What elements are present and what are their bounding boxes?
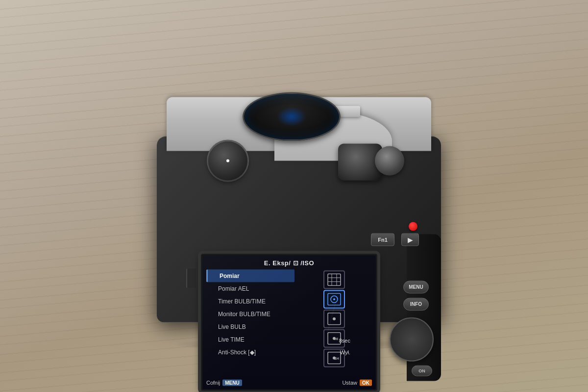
- menu-item-monitor-bulb[interactable]: Monitor BULB/TIME: [206, 307, 294, 320]
- svg-text:HI: HI: [335, 337, 338, 340]
- camera-body-container: ↑UP Fn1 ▶ MENU INFO OK ON: [127, 38, 461, 342]
- menu-item-anti-shock[interactable]: Anti-Shock [◆]: [206, 346, 294, 358]
- fn1-button[interactable]: Fn1: [371, 233, 394, 246]
- play-button[interactable]: ▶: [401, 233, 419, 246]
- svg-text:SH: SH: [334, 356, 339, 360]
- menu-item-pomiar-ael[interactable]: Pomiar AEL: [206, 282, 294, 295]
- menu-list: Pomiar Pomiar AEL Timer BULB/TIME: [206, 269, 294, 377]
- menu-item-timer-bulb[interactable]: Timer BULB/TIME: [206, 295, 294, 307]
- svg-rect-0: [328, 274, 341, 285]
- mode-dial[interactable]: [208, 141, 247, 180]
- record-button[interactable]: [409, 222, 417, 231]
- screen-bottom-bar: Cofnij MENU Ustaw OK: [206, 379, 372, 385]
- ok-btn-label: OK: [360, 379, 372, 386]
- metering-multi-icon[interactable]: [323, 270, 345, 289]
- strap-lug: [186, 268, 196, 288]
- screen-content: E. Eksp/ ⊡ /ISO Pomiar Pomiar AEL: [202, 255, 376, 389]
- sub-dial[interactable]: [375, 146, 404, 175]
- info-button[interactable]: INFO: [403, 298, 429, 310]
- menu-item-live-bulb[interactable]: Live BULB: [206, 320, 294, 333]
- svg-point-7: [333, 298, 335, 300]
- menu-btn-label: MENU: [222, 379, 242, 386]
- menu-container: Pomiar Pomiar AEL Timer BULB/TIME: [206, 269, 372, 377]
- menu-item-pomiar[interactable]: Pomiar: [206, 269, 294, 282]
- menu-item-live-time[interactable]: Live TIME: [206, 333, 294, 346]
- monitor-bulb-value: Wył.: [340, 349, 350, 355]
- eyecup: [243, 92, 341, 141]
- back-control: Cofnij MENU: [206, 379, 242, 385]
- svg-point-9: [333, 317, 336, 320]
- on-button[interactable]: ON: [412, 365, 432, 376]
- lcd-screen: E. Eksp/ ⊡ /ISO Pomiar Pomiar AEL: [201, 254, 377, 391]
- screen-title: E. Eksp/ ⊡ /ISO: [206, 259, 372, 266]
- dpad-ring[interactable]: OK: [390, 317, 434, 361]
- metering-icons-panel: HI SH: [296, 269, 372, 377]
- set-control: Ustaw OK: [342, 379, 372, 385]
- timer-bulb-value: 8sec: [339, 337, 350, 343]
- menu-button[interactable]: MENU: [403, 280, 429, 293]
- metering-spot-icon[interactable]: [323, 309, 345, 328]
